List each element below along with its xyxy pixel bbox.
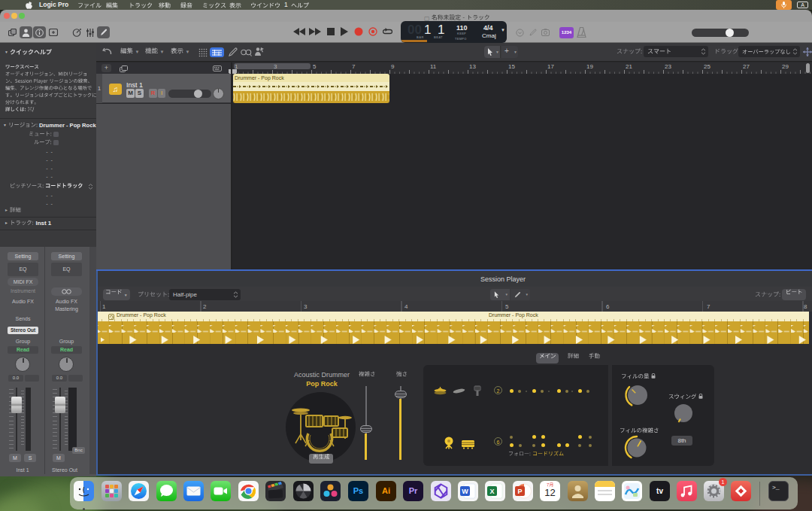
svg-text:W: W [462, 488, 468, 495]
svg-text:X: X [489, 488, 494, 495]
svg-text:P: P [517, 488, 522, 495]
